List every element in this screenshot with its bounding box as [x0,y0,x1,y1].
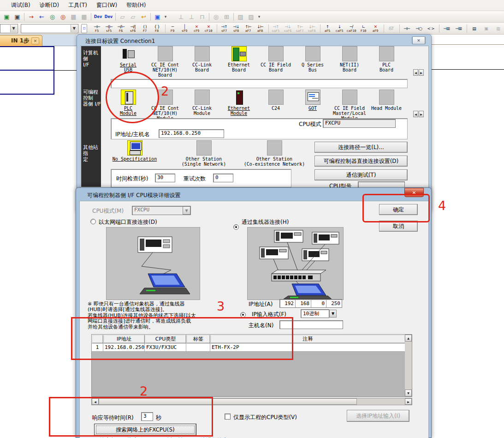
device-comment-icon[interactable]: Dev [103,12,114,22]
menu-item[interactable]: 诊断(D) [35,0,64,11]
toolbar-icon[interactable] [168,12,176,22]
transfer-setup-icon[interactable]: ↩ [138,12,149,22]
ladder-symbol-button[interactable]: ↑⊢ saF7 [294,23,306,34]
communication-test-button[interactable]: 通信测试(T) [314,169,408,180]
menu-item[interactable]: 调试(B) [6,0,35,11]
plc-if-device-item[interactable]: CC-Link Module [184,90,220,121]
remote-operation-icon[interactable]: ▣ [152,12,163,22]
direct-connection-button[interactable]: 可编程控制器直接连接设置(D) [314,156,408,167]
tab-close-icon[interactable]: ✕ [31,37,39,44]
disabled-icon[interactable]: ▦ [79,12,89,22]
retry-count-field[interactable]: 0 [213,174,233,182]
tab-main-program[interactable]: IN 1步 ✕ [0,35,42,46]
direct-connect-radio[interactable] [90,219,96,224]
project-cpu-only-label[interactable]: 仅显示工程的CPU类型(V) [233,414,297,421]
toolbar-icon[interactable] [89,12,93,22]
ladder-symbol-button[interactable]: ─ F9 [166,23,178,34]
pc-if-device-item[interactable]: CC-Link Board [184,46,220,78]
device-search-combo[interactable]: ▼ [21,24,78,33]
pc-if-device-item[interactable]: PLC Board [368,46,405,78]
monitor-watch-icon[interactable]: ▣ [12,12,23,22]
ladder-symbol-button[interactable] [381,23,385,34]
direct-connect-label[interactable]: 以太网端口直接连接(D) [99,218,157,226]
ladder-symbol-button[interactable]: < > [425,23,437,34]
plc-if-device-item[interactable]: C24 [257,90,294,121]
ladder-editor-left[interactable] [0,46,77,438]
ladder-symbol-button[interactable]: ⊣|⊢ sF5 [103,23,115,34]
pc-if-device-item[interactable]: CC IE Cont NET/10(H) Board [147,46,184,78]
no-specification-item[interactable]: No Specification [107,140,162,162]
ladder-cursor-cell-2[interactable] [0,70,54,95]
toolbar-icon[interactable] [23,12,26,22]
hub-connect-radio[interactable] [233,224,239,230]
chevron-down-icon[interactable]: ▼ [71,25,77,32]
ladder-editor-right[interactable] [432,40,504,438]
verify-icon[interactable]: ◎ [47,12,58,22]
ip-hostname-field[interactable]: 192.168.0.250 [159,129,224,138]
ladder-symbol-button[interactable]: ( ) F7 [139,23,151,34]
plc-if-device-item[interactable]: CC IE Field Master/Local Module [331,90,368,121]
entry-monitor-icon[interactable]: ⊞ [221,12,232,22]
ip-format-combo[interactable]: 10进制 [301,309,329,318]
ladder-symbol-button[interactable]: ⊣⊞ [440,23,452,34]
verify-red-icon[interactable]: ◎ [58,12,68,22]
find-device-button[interactable]: ⌑ [81,24,87,33]
overflow-chevron-icon[interactable]: ▾ [163,12,168,22]
ladder-monitor-icon[interactable]: ▣ [1,12,12,22]
hub-connect-label[interactable]: 通过集线器连接(H) [242,218,289,226]
ladder-symbol-button[interactable]: ⊣↑ saF5 [270,23,282,34]
ladder-symbol-button[interactable] [266,23,270,34]
dialog1-close-button[interactable]: ✕ [412,36,426,44]
pc-if-device-item[interactable]: Q Series Bus [294,46,331,78]
ladder-symbol-button[interactable]: │ sF9 [178,23,190,34]
disabled-icon[interactable]: ▱ [117,12,128,22]
ladder-symbol-button[interactable]: { } F8 [151,23,163,34]
ladder-symbol-button[interactable]: ↑ aF5 [321,23,333,34]
ladder-symbol-button[interactable]: ⊣↓ sF8 [230,23,242,34]
ladder-symbol-button[interactable]: ⊣⊢ [401,23,413,34]
ladder-symbol-button[interactable] [397,23,401,34]
ladder-symbol-button[interactable]: ∟ F10 [357,23,369,34]
scroll-up-icon[interactable]: ▲ [405,335,412,342]
pc-if-device-item[interactable]: CC IE Field Board [257,46,294,78]
scroll-right-icon[interactable]: ▶ [405,398,412,405]
ladder-symbol-button[interactable]: ▥ [492,23,504,34]
ladder-symbol-button[interactable]: ▣ [480,23,492,34]
ladder-symbol-button[interactable]: ↓ caF5 [333,23,345,34]
ladder-symbol-button[interactable] [163,23,166,34]
overflow-chevron-icon[interactable]: ▾ [256,12,262,22]
ip-octet-1[interactable]: 192 [280,300,296,307]
menu-item[interactable]: 工具(T) [64,0,92,11]
ladder-symbol-button[interactable] [437,23,440,34]
toolbar-icon[interactable] [232,12,235,22]
ladder-symbol-button[interactable]: ⊣/⊢ F6 [115,23,127,34]
chevron-down-icon[interactable]: ▼ [10,25,17,32]
plc-if-device-item[interactable]: Head Module [368,90,405,121]
ladder-symbol-button[interactable]: ↓⊢ aF8 [254,23,266,34]
ladder-symbol-button[interactable] [214,23,218,34]
scroll-left-icon[interactable]: ◀ [413,111,418,117]
monitor-start-icon[interactable]: ⊥ [176,12,186,22]
ladder-symbol-button[interactable]: ↓⊢ saF8 [306,23,318,34]
toolbar-icon[interactable] [114,12,117,22]
ladder-symbol-button[interactable]: iST [385,23,397,34]
ladder-symbol-button[interactable]: ⊣⊞ [452,23,464,34]
other-station-single-item[interactable]: Other Station (Single Network) [178,140,230,167]
scan2-icon[interactable]: ▨ [246,12,256,22]
ladder-symbol-button[interactable]: ▤ [468,23,480,34]
scroll-left-icon[interactable]: ◀ [413,69,418,76]
ladder-symbol-button[interactable] [318,23,321,34]
chevron-down-icon[interactable]: ▼ [329,310,337,318]
plc-if-device-item[interactable]: Ethernet Module [220,90,257,121]
ladder-symbol-button[interactable]: ⊣⊢ F5 [91,23,103,34]
ip-address-radio-label[interactable]: IP地址(A) [249,300,273,308]
ladder-symbol-button[interactable]: ✕ cF9 [190,23,202,34]
toolbar-icon[interactable] [149,12,152,22]
connection-route-button[interactable]: 连接路径一览(L)... [314,142,408,153]
close-icon[interactable]: ✕ [412,36,425,44]
pc-if-device-item[interactable]: NET(II) Board [331,46,368,78]
ip-octet-3[interactable]: 0 [311,300,326,307]
window-selector-combo[interactable]: ▼ [0,24,18,33]
plc-if-device-item[interactable]: GOT [294,90,331,121]
ladder-symbol-button[interactable]: ✕ cF10 [202,23,214,34]
